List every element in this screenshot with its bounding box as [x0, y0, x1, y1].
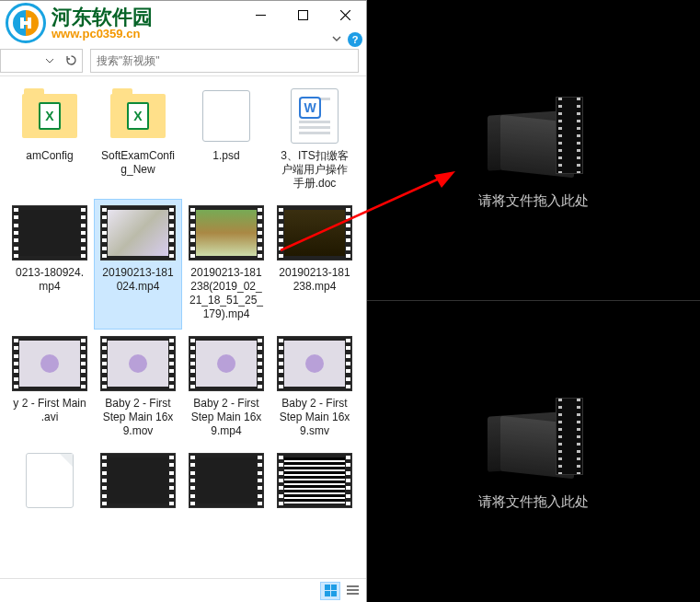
file-item[interactable]: Baby 2 - First Step Main 16x9.smv	[270, 330, 359, 446]
file-thumbnail	[189, 451, 263, 510]
close-button[interactable]	[324, 1, 366, 29]
watermark-url: www.pc0359.cn	[52, 28, 153, 41]
file-item[interactable]	[182, 446, 270, 522]
file-item[interactable]: 20190213-181238(2019_02_21_18_51_25_179)…	[182, 199, 270, 330]
svg-rect-4	[298, 10, 307, 19]
address-search-row	[0, 45, 366, 76]
svg-rect-11	[325, 591, 330, 596]
file-explorer-window: 河东软件园 www.pc0359.cn ?	[0, 0, 367, 602]
svg-rect-14	[347, 589, 359, 591]
svg-rect-10	[331, 585, 337, 590]
ribbon-dropdown-icon[interactable]	[331, 33, 342, 47]
file-label: Baby 2 - First Step Main 16x9.smv	[277, 397, 352, 438]
file-thumbnail: X	[13, 87, 86, 145]
file-item[interactable]: 1.psd	[182, 82, 270, 199]
file-thumbnail	[13, 203, 86, 262]
file-label: 20190213-181238.mp4	[277, 266, 352, 294]
drop-zone-top[interactable]: 请将文件拖入此处	[367, 0, 700, 301]
file-label: amConfig	[26, 149, 73, 163]
file-item[interactable]: XamConfig	[6, 82, 94, 199]
file-label: Baby 2 - First Step Main 16x9.mp4	[189, 397, 264, 438]
maximize-button[interactable]	[281, 1, 324, 29]
site-logo-icon	[6, 3, 46, 43]
file-item[interactable]	[6, 446, 94, 522]
file-item[interactable]	[270, 446, 359, 522]
svg-point-7	[217, 354, 235, 373]
search-box[interactable]	[90, 49, 359, 73]
file-label: SoftExamConfig_New	[100, 149, 176, 177]
svg-point-5	[40, 354, 59, 373]
file-thumbnail: W	[278, 87, 351, 145]
file-thumbnail	[189, 87, 263, 145]
file-thumbnail	[278, 203, 351, 262]
file-item[interactable]: Baby 2 - First Step Main 16x9.mov	[94, 330, 182, 446]
svg-rect-9	[325, 585, 330, 590]
file-item[interactable]: Baby 2 - First Step Main 16x9.mp4	[182, 330, 270, 446]
file-thumbnail	[189, 334, 263, 393]
svg-rect-3	[256, 15, 266, 16]
file-label: 3、ITS扣缴客户端用户操作手册.doc	[277, 149, 352, 191]
file-item[interactable]	[94, 446, 182, 522]
svg-rect-15	[347, 593, 359, 595]
file-label: 0213-180924.mp4	[12, 266, 87, 294]
search-input[interactable]	[97, 54, 352, 67]
svg-rect-2	[20, 21, 31, 25]
minimize-button[interactable]	[239, 1, 281, 29]
file-item[interactable]: 0213-180924.mp4	[6, 199, 94, 330]
view-details-button[interactable]	[342, 582, 362, 600]
file-thumbnail	[278, 334, 351, 393]
drop-zone-label: 请将文件拖入此处	[478, 493, 589, 511]
site-watermark: 河东软件园 www.pc0359.cn	[0, 3, 153, 43]
view-large-icons-button[interactable]	[320, 582, 340, 600]
svg-rect-13	[347, 585, 359, 587]
file-item[interactable]: 20190213-181024.mp4	[94, 199, 182, 330]
file-label: 20190213-181238(2019_02_21_18_51_25_179)…	[189, 266, 264, 321]
watermark-cn: 河东软件园	[52, 6, 153, 28]
file-item[interactable]: W3、ITS扣缴客户端用户操作手册.doc	[270, 82, 359, 199]
svg-point-8	[305, 354, 324, 373]
file-thumbnail	[189, 203, 263, 262]
file-label: y 2 - First Main .avi	[12, 397, 87, 424]
file-thumbnail	[101, 203, 175, 262]
file-item[interactable]: y 2 - First Main .avi	[6, 330, 94, 446]
file-thumbnail	[101, 451, 175, 510]
drop-folder-film-icon	[478, 392, 589, 484]
file-thumbnail	[13, 334, 86, 393]
drop-zone-bottom[interactable]: 请将文件拖入此处	[367, 301, 700, 602]
file-thumbnail	[101, 334, 175, 393]
files-area[interactable]: XamConfigXSoftExamConfig_New1.psdW3、ITS扣…	[0, 76, 366, 578]
file-thumbnail	[278, 451, 351, 510]
file-label: Baby 2 - First Step Main 16x9.mov	[100, 397, 176, 438]
drop-zone-label: 请将文件拖入此处	[478, 192, 589, 210]
svg-point-6	[129, 354, 147, 373]
file-label: 20190213-181024.mp4	[100, 266, 176, 294]
file-item[interactable]: XSoftExamConfig_New	[94, 82, 182, 199]
file-label: 1.psd	[212, 149, 239, 163]
file-thumbnail	[13, 451, 86, 510]
file-item[interactable]: 20190213-181238.mp4	[270, 199, 359, 330]
refresh-icon[interactable]	[61, 51, 81, 71]
help-button[interactable]: ?	[348, 32, 362, 47]
address-dropdown-icon[interactable]	[40, 51, 60, 71]
file-thumbnail: X	[101, 87, 175, 145]
address-bar[interactable]	[0, 49, 83, 73]
status-bar	[0, 578, 366, 602]
titlebar: 河东软件园 www.pc0359.cn ?	[0, 1, 366, 45]
svg-rect-12	[331, 591, 337, 596]
drop-folder-film-icon	[478, 91, 589, 183]
